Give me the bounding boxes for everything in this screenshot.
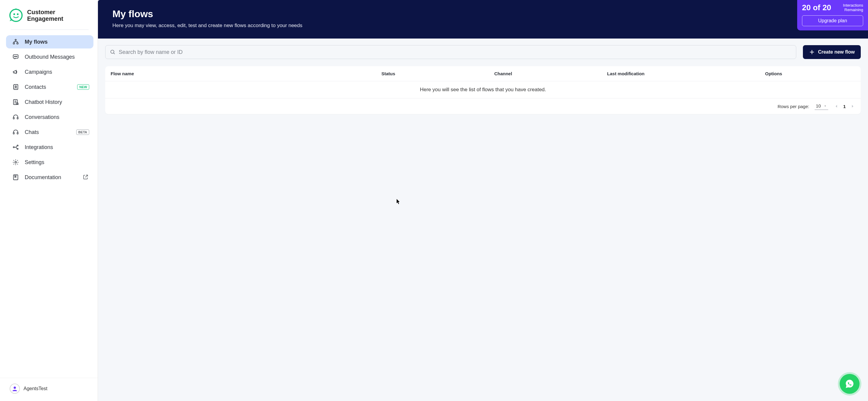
sidebar-item-conversations[interactable]: Conversations bbox=[6, 110, 93, 124]
gear-icon bbox=[12, 159, 19, 166]
sidebar-item-documentation[interactable]: Documentation bbox=[6, 171, 93, 184]
flows-icon bbox=[12, 38, 19, 45]
page-header: My flows Here you may view, access, edit… bbox=[98, 0, 868, 38]
sidebar-item-label: Conversations bbox=[25, 114, 59, 121]
beta-badge: BETA bbox=[76, 129, 89, 135]
sidebar-item-my-flows[interactable]: My flows bbox=[6, 35, 93, 48]
megaphone-icon bbox=[12, 68, 19, 75]
book-icon bbox=[12, 174, 19, 181]
sidebar-item-label: Chats bbox=[25, 129, 39, 135]
svg-point-13 bbox=[15, 86, 16, 87]
history-icon bbox=[12, 98, 19, 106]
col-status: Status bbox=[381, 71, 494, 76]
page-subtitle: Here you may view, access, edit, test an… bbox=[113, 23, 854, 29]
svg-point-22 bbox=[17, 148, 19, 149]
pager: 1 bbox=[834, 104, 855, 109]
table-footer: Rows per page: 10 1 bbox=[105, 98, 861, 114]
svg-point-2 bbox=[17, 13, 19, 15]
upgrade-plan-button[interactable]: Upgrade plan bbox=[802, 15, 863, 26]
sidebar-item-campaigns[interactable]: Campaigns bbox=[6, 65, 93, 78]
sidebar-item-settings[interactable]: Settings bbox=[6, 156, 93, 169]
toolbar: Create new flow bbox=[98, 38, 868, 59]
svg-rect-17 bbox=[17, 118, 19, 119]
logo-block: Customer Engagement bbox=[0, 0, 98, 27]
headset-icon bbox=[12, 113, 19, 121]
sidebar-item-contacts[interactable]: Contacts NEW bbox=[6, 80, 93, 94]
svg-point-5 bbox=[15, 39, 16, 40]
app-title: Customer Engagement bbox=[27, 9, 63, 22]
table-empty-message: Here you will see the list of flows that… bbox=[105, 81, 861, 98]
sidebar-item-chats[interactable]: Chats BETA bbox=[6, 126, 93, 139]
sidebar-item-integrations[interactable]: Integrations bbox=[6, 141, 93, 154]
page-title: My flows bbox=[113, 8, 854, 20]
svg-point-26 bbox=[111, 50, 114, 53]
col-channel: Channel bbox=[494, 71, 607, 76]
nav: My flows Outbound Messages Campaigns bbox=[0, 33, 98, 378]
svg-point-25 bbox=[13, 387, 16, 389]
main: My flows Here you may view, access, edit… bbox=[98, 0, 868, 401]
svg-point-10 bbox=[16, 56, 16, 57]
avatar bbox=[10, 383, 20, 394]
rows-per-page-select[interactable]: 10 bbox=[815, 103, 828, 110]
sidebar-item-label: Outbound Messages bbox=[25, 54, 75, 60]
svg-rect-16 bbox=[13, 118, 14, 119]
new-badge: NEW bbox=[77, 84, 89, 90]
plus-icon bbox=[809, 49, 815, 55]
plan-top: 20 of 20 Interactions Remaining bbox=[802, 3, 863, 12]
sidebar-item-label: Chatbot History bbox=[25, 99, 62, 105]
svg-point-1 bbox=[13, 13, 15, 15]
svg-rect-7 bbox=[17, 43, 19, 44]
sidebar: Customer Engagement My flows Outbound Me… bbox=[0, 0, 98, 401]
flows-table: Flow name Status Channel Last modificati… bbox=[105, 66, 861, 114]
next-page-button[interactable] bbox=[850, 104, 855, 109]
plan-label-line2: Remaining bbox=[843, 8, 863, 12]
prev-page-button[interactable] bbox=[834, 104, 839, 109]
sidebar-item-label: Integrations bbox=[25, 144, 53, 151]
plan-card: 20 of 20 Interactions Remaining Upgrade … bbox=[797, 0, 868, 30]
contacts-icon bbox=[12, 83, 19, 91]
app-logo-icon bbox=[9, 8, 23, 22]
headset-icon bbox=[12, 129, 19, 136]
integrations-icon bbox=[12, 144, 19, 151]
rows-per-page-value: 10 bbox=[816, 103, 821, 108]
col-flow-name: Flow name bbox=[111, 71, 381, 76]
whatsapp-icon bbox=[844, 379, 855, 389]
sidebar-item-label: Documentation bbox=[25, 174, 61, 180]
create-flow-label: Create new flow bbox=[818, 49, 855, 55]
app-title-line1: Customer bbox=[27, 9, 63, 15]
sidebar-item-chatbot-history[interactable]: Chatbot History bbox=[6, 95, 93, 109]
rows-per-page-label: Rows per page: bbox=[778, 104, 809, 109]
svg-rect-19 bbox=[17, 132, 19, 134]
search-input[interactable] bbox=[119, 49, 792, 56]
username: AgentsTest bbox=[24, 386, 47, 391]
create-flow-button[interactable]: Create new flow bbox=[803, 45, 861, 59]
svg-point-11 bbox=[17, 56, 17, 57]
message-icon bbox=[12, 53, 19, 61]
svg-point-23 bbox=[15, 161, 17, 163]
search-icon bbox=[110, 49, 116, 55]
table-header: Flow name Status Channel Last modificati… bbox=[105, 66, 861, 81]
chevron-down-icon bbox=[824, 104, 827, 108]
external-link-icon bbox=[83, 174, 89, 180]
svg-point-21 bbox=[17, 145, 19, 146]
col-last-mod: Last modification bbox=[607, 71, 765, 76]
plan-labels: Interactions Remaining bbox=[843, 3, 863, 12]
svg-rect-18 bbox=[13, 132, 14, 134]
search-wrap[interactable] bbox=[105, 45, 796, 59]
col-options: Options bbox=[765, 71, 855, 76]
sidebar-item-outbound[interactable]: Outbound Messages bbox=[6, 50, 93, 64]
current-page: 1 bbox=[843, 104, 846, 109]
plan-count: 20 of 20 bbox=[802, 3, 831, 12]
sidebar-item-label: Contacts bbox=[25, 84, 46, 90]
svg-point-9 bbox=[14, 56, 15, 57]
divider bbox=[11, 30, 89, 30]
sidebar-item-label: My flows bbox=[25, 39, 48, 45]
cursor-icon bbox=[396, 199, 401, 205]
whatsapp-fab[interactable] bbox=[840, 374, 860, 394]
svg-point-20 bbox=[13, 146, 14, 148]
sidebar-item-label: Settings bbox=[25, 159, 44, 166]
app-title-line2: Engagement bbox=[27, 15, 63, 22]
user-block[interactable]: AgentsTest bbox=[0, 378, 98, 401]
plan-label-line1: Interactions bbox=[843, 3, 863, 8]
sidebar-item-label: Campaigns bbox=[25, 69, 52, 75]
